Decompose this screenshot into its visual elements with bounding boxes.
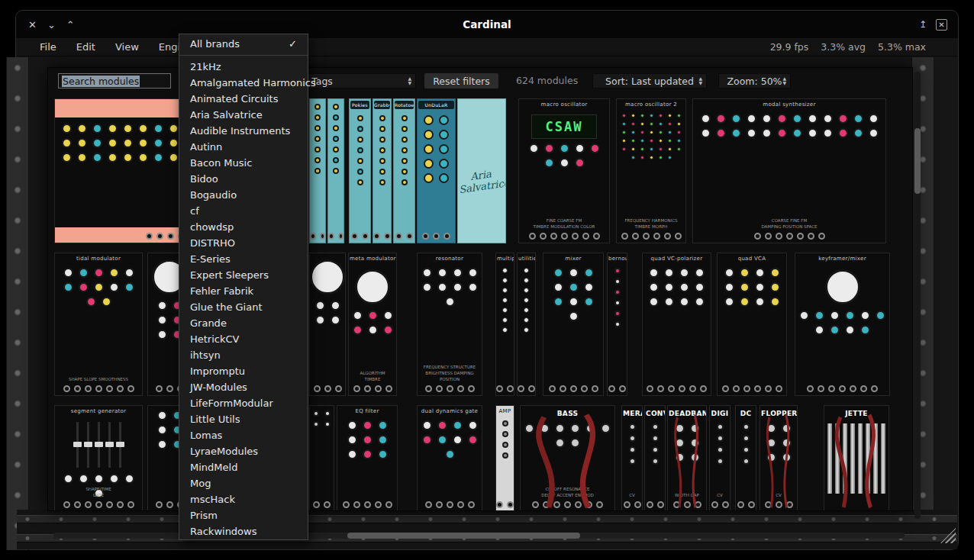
- brand-menu-item[interactable]: LyraeModules: [179, 443, 308, 459]
- horizontal-scrollbar-thumb[interactable]: [347, 533, 580, 539]
- module-card[interactable]: DEADBANDWIDTH GAP: [667, 405, 707, 511]
- port: [328, 233, 334, 240]
- module-knobs: [617, 109, 685, 164]
- window-minimize-icon[interactable]: ⌄: [47, 19, 56, 31]
- window-maximize-icon[interactable]: ⌃: [66, 19, 75, 31]
- brand-menu-item[interactable]: mscHack: [179, 491, 308, 507]
- module-card[interactable]: keyframer/mixer: [795, 253, 890, 396]
- module-card[interactable]: bernoulli gate: [607, 253, 627, 396]
- module-card[interactable]: tidal modulatorSHAPE SLOPE SMOOTHNESS: [54, 253, 143, 396]
- brand-menu-item[interactable]: DISTRHO: [179, 235, 308, 251]
- module-card[interactable]: macro oscillatorCSAWFINE COARSE FM TIMBR…: [518, 98, 610, 243]
- module-card[interactable]: meta modulatorALGORITHM TIMBRE: [348, 253, 397, 396]
- module-ports: [643, 385, 711, 392]
- module-card[interactable]: segment generatorSHAPE/TIME GATE: [54, 405, 143, 511]
- brand-menu-item[interactable]: Bidoo: [179, 171, 308, 187]
- module-card[interactable]: macro oscillator 2FREQUENCY HARMONICS TI…: [616, 98, 686, 243]
- brand-menu-item[interactable]: Bacon Music: [179, 155, 308, 171]
- module-card[interactable]: multiples: [495, 253, 514, 396]
- module-card[interactable]: DIGICV: [709, 405, 730, 511]
- module-card[interactable]: [309, 405, 334, 511]
- module-card[interactable]: AMP: [495, 405, 514, 511]
- module-card[interactable]: Grabby: [373, 98, 392, 243]
- close-box-icon[interactable]: ✕: [936, 19, 947, 31]
- brand-menu-item[interactable]: Expert Sleepers: [179, 267, 308, 283]
- brand-menu-item[interactable]: chowdsp: [179, 219, 308, 235]
- knob: [584, 282, 594, 292]
- module-title: keyframer/mixer: [795, 253, 889, 263]
- brand-menu-item[interactable]: Mog: [179, 475, 308, 491]
- module-card[interactable]: MERACV: [621, 405, 643, 511]
- brand-menu-item[interactable]: Animated Circuits: [179, 91, 308, 107]
- brand-menu-item[interactable]: ihtsyn: [179, 347, 308, 363]
- module-knobs: [608, 263, 627, 332]
- brand-menu-item[interactable]: Prism: [179, 507, 308, 523]
- menu-file[interactable]: File: [30, 41, 66, 53]
- module-card[interactable]: dual dynamics gate: [417, 405, 482, 511]
- module-card[interactable]: quad VCA: [717, 253, 787, 396]
- module-labels: COARSE FINE FM DAMPING POSITION SPACE: [693, 217, 885, 230]
- brand-menu-item[interactable]: Autinn: [179, 139, 308, 155]
- brand-menu-item[interactable]: HetrickCV: [179, 331, 308, 347]
- knob: [743, 446, 750, 453]
- brand-menu-item[interactable]: Audible Instruments: [179, 123, 308, 139]
- brand-menu-item[interactable]: JW-Modules: [179, 379, 308, 395]
- module-card[interactable]: FLOPPERCV: [760, 405, 798, 511]
- knob: [313, 421, 319, 427]
- vertical-scrollbar[interactable]: [914, 72, 921, 519]
- menu-edit[interactable]: Edit: [66, 41, 105, 53]
- knob: [575, 143, 585, 153]
- module-card[interactable]: utilities: [517, 253, 536, 396]
- brand-menu-item[interactable]: Amalgamated Harmonics: [179, 75, 308, 91]
- module-card[interactable]: [309, 98, 326, 243]
- knob: [124, 282, 134, 292]
- module-card[interactable]: UnDuLaR: [417, 98, 456, 243]
- port: [689, 385, 696, 392]
- brand-menu-item[interactable]: MindMeld: [179, 459, 308, 475]
- module-card[interactable]: JETTE: [824, 405, 889, 511]
- brand-menu-item[interactable]: LifeFormModular: [179, 395, 308, 411]
- module-card[interactable]: BASSCUTOFF RESONANCE DECAY ACCENT ENVMOD: [520, 405, 615, 511]
- vertical-scrollbar-thumb[interactable]: [914, 128, 921, 194]
- brand-menu-item-all[interactable]: All brands ✓: [179, 34, 308, 53]
- module-knobs: [643, 263, 711, 311]
- module-card[interactable]: modal synthesizerCOARSE FINE FM DAMPING …: [692, 98, 886, 243]
- knob: [453, 420, 463, 430]
- brand-menu-item[interactable]: Rackwindows: [179, 523, 308, 539]
- knob: [679, 268, 689, 278]
- port: [765, 501, 772, 508]
- brand-menu-item[interactable]: Little Utils: [179, 411, 308, 427]
- keep-above-icon[interactable]: ↥: [919, 19, 927, 30]
- module-card[interactable]: resonatorFREQUENCY STRUCTURE BRIGHTNESS …: [417, 253, 482, 396]
- brand-menu-item[interactable]: E-Series: [179, 251, 308, 267]
- module-card[interactable]: mixer: [543, 253, 604, 396]
- port: [436, 501, 443, 508]
- brand-menu-item[interactable]: Glue the Giant: [179, 299, 308, 315]
- bar: [843, 423, 847, 494]
- window-close-icon[interactable]: ✕: [28, 19, 37, 31]
- brand-menu-item[interactable]: cf: [179, 203, 308, 219]
- port: [117, 385, 124, 392]
- brand-menu-item[interactable]: Lomas: [179, 427, 308, 443]
- module-card[interactable]: DC: [735, 405, 756, 511]
- module-card[interactable]: [327, 98, 344, 243]
- module-knobs: [496, 263, 514, 337]
- brand-menu-item[interactable]: Fehler Fabrik: [179, 283, 308, 299]
- brand-menu-item[interactable]: Aria Salvatrice: [179, 107, 308, 123]
- menu-view[interactable]: View: [105, 41, 149, 53]
- module-card[interactable]: Pokies: [349, 98, 371, 243]
- knob: [169, 153, 179, 163]
- brand-menu-item[interactable]: Impromptu: [179, 363, 308, 379]
- brand-menu-item[interactable]: Grande: [179, 315, 308, 331]
- module-card[interactable]: quad VC-polarizer: [642, 253, 711, 396]
- knob: [845, 311, 855, 320]
- module-card[interactable]: [309, 253, 346, 396]
- module-knobs: [349, 306, 396, 340]
- module-card[interactable]: Aria Salvatrice: [457, 98, 506, 243]
- knob: [402, 126, 408, 132]
- brand-menu-item[interactable]: 21kHz: [179, 59, 308, 75]
- module-card[interactable]: Rotatoes: [393, 98, 415, 243]
- module-card[interactable]: EQ filter: [337, 405, 398, 511]
- module-card[interactable]: CONV: [644, 405, 666, 511]
- brand-menu-item[interactable]: Bogaudio: [179, 187, 308, 203]
